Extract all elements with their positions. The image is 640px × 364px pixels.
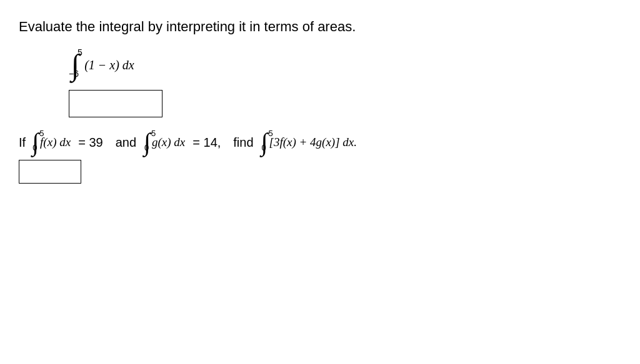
integral-1-upper: 5 xyxy=(78,47,82,57)
page-container: Evaluate the integral by interpreting it… xyxy=(0,0,640,202)
answer-box-1[interactable] xyxy=(69,90,162,117)
integral-3-expr: g(x) dx xyxy=(152,135,185,149)
answer-box-2[interactable] xyxy=(19,160,81,184)
integral-1-integrand: (1 − x) dx xyxy=(84,58,134,72)
integral-4-block: 5 ∫ 0 [3f(x) + 4g(x)] dx. xyxy=(261,130,357,155)
integral-4-lower: 0 xyxy=(262,143,266,152)
integral-3-upper: 5 xyxy=(151,129,156,138)
integral-1-block: 5 ∫ −6 (1 − x) dx xyxy=(69,50,134,80)
integral-3-block: 5 ∫ 0 g(x) dx xyxy=(144,130,185,155)
integral-2-lower: 0 xyxy=(32,143,37,152)
integral-2-expr: f(x) dx xyxy=(40,135,71,149)
integral-1-lower: −6 xyxy=(69,69,79,79)
page-title: Evaluate the integral by interpreting it… xyxy=(19,19,621,35)
integral-2-block: 5 ∫ 0 f(x) dx xyxy=(32,130,71,155)
equals-1: = 39 xyxy=(78,135,102,150)
conjunction-label: and xyxy=(116,135,136,150)
find-label: find xyxy=(233,135,253,150)
equals-2: = 14, xyxy=(192,135,221,150)
integral-4-upper: 5 xyxy=(269,129,273,138)
integral-4-expr: [3f(x) + 4g(x)] dx. xyxy=(269,135,358,149)
problem-2-row: If 5 ∫ 0 f(x) dx = 39 and 5 ∫ 0 g(x) dx … xyxy=(19,130,621,155)
integral-1-symbol: 5 ∫ −6 xyxy=(69,50,82,80)
problem-1: 5 ∫ −6 (1 − x) dx xyxy=(69,50,621,117)
if-label: If xyxy=(19,135,26,150)
integral-3-lower: 0 xyxy=(144,143,149,152)
integral-2-upper: 5 xyxy=(39,129,44,138)
problem-2-section: If 5 ∫ 0 f(x) dx = 39 and 5 ∫ 0 g(x) dx … xyxy=(19,130,621,184)
